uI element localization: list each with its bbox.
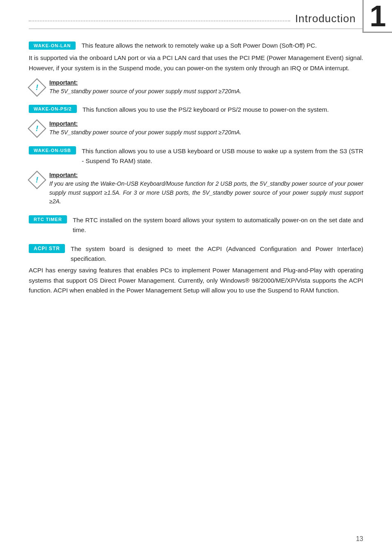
important-label-wake-on-ps2: Important: <box>49 120 363 127</box>
important-icon-wake-on-usb: ! <box>29 172 45 188</box>
body-text-acpi-str: ACPI has energy saving features that ena… <box>29 265 363 296</box>
important-label-wake-on-lan: Important: <box>49 79 363 86</box>
important-box-wake-on-usb: ! Important: If you are using the Wake-O… <box>29 172 363 206</box>
chapter-number: 1 <box>369 1 386 31</box>
important-icon-wake-on-lan: ! <box>29 79 45 96</box>
important-text-wake-on-usb: If you are using the Wake-On-USB Keyboar… <box>49 180 363 206</box>
section-wake-on-usb: WAKE-ON-USB This function allows you to … <box>29 146 363 206</box>
badge-rtc-timer: RTC TIMER <box>29 215 67 223</box>
page-title: Introduction <box>295 12 356 25</box>
section-intro-rtc-timer: RTC TIMER The RTC installed on the syste… <box>29 215 363 235</box>
badge-wake-on-usb: WAKE-ON-USB <box>29 146 76 154</box>
important-box-wake-on-lan: ! Important: The 5V_standby power source… <box>29 79 363 96</box>
section-intro-wake-on-usb: WAKE-ON-USB This function allows you to … <box>29 146 363 166</box>
important-text-wake-on-lan: The 5V_standby power source of your powe… <box>49 87 363 96</box>
important-content-wake-on-usb: Important: If you are using the Wake-On-… <box>49 172 363 206</box>
section-acpi-str: ACPI STR The system board is designed to… <box>29 244 363 296</box>
intro-text-wake-on-usb: This function allows you to use a USB ke… <box>82 146 363 166</box>
section-intro-acpi-str: ACPI STR The system board is designed to… <box>29 244 363 264</box>
section-wake-on-lan: WAKE-ON-LAN This feature allows the netw… <box>29 41 363 96</box>
important-content-wake-on-ps2: Important: The 5V_standby power source o… <box>49 120 363 137</box>
badge-wake-on-lan: WAKE-ON-LAN <box>29 41 76 50</box>
body-text-wake-on-lan: It is supported via the onboard LAN port… <box>29 53 363 74</box>
intro-text-acpi-str: The system board is designed to meet the… <box>71 244 363 264</box>
dotted-line-decoration <box>29 21 290 21</box>
badge-acpi-str: ACPI STR <box>29 244 65 253</box>
important-label-wake-on-usb: Important: <box>49 172 363 178</box>
important-content-wake-on-lan: Important: The 5V_standby power source o… <box>49 79 363 96</box>
page-header: Introduction 1 <box>29 12 363 29</box>
page-container: Introduction 1 WAKE-ON-LAN This feature … <box>0 0 392 555</box>
section-intro-wake-on-ps2: WAKE-ON-PS/2 This function allows you to… <box>29 105 363 115</box>
important-box-wake-on-ps2: ! Important: The 5V_standby power source… <box>29 120 363 137</box>
intro-text-rtc-timer: The RTC installed on the system board al… <box>73 215 363 235</box>
important-text-wake-on-ps2: The 5V_standby power source of your powe… <box>49 128 363 137</box>
intro-text-wake-on-lan: This feature allows the network to remot… <box>81 41 316 51</box>
section-intro-wake-on-lan: WAKE-ON-LAN This feature allows the netw… <box>29 41 363 51</box>
badge-wake-on-ps2: WAKE-ON-PS/2 <box>29 105 77 113</box>
intro-text-wake-on-ps2: This function allows you to use the PS/2… <box>83 105 329 115</box>
section-rtc-timer: RTC TIMER The RTC installed on the syste… <box>29 215 363 235</box>
page-number: 13 <box>356 535 363 543</box>
chapter-number-box: 1 <box>362 0 392 33</box>
section-wake-on-ps2: WAKE-ON-PS/2 This function allows you to… <box>29 105 363 137</box>
important-icon-wake-on-ps2: ! <box>29 120 45 137</box>
